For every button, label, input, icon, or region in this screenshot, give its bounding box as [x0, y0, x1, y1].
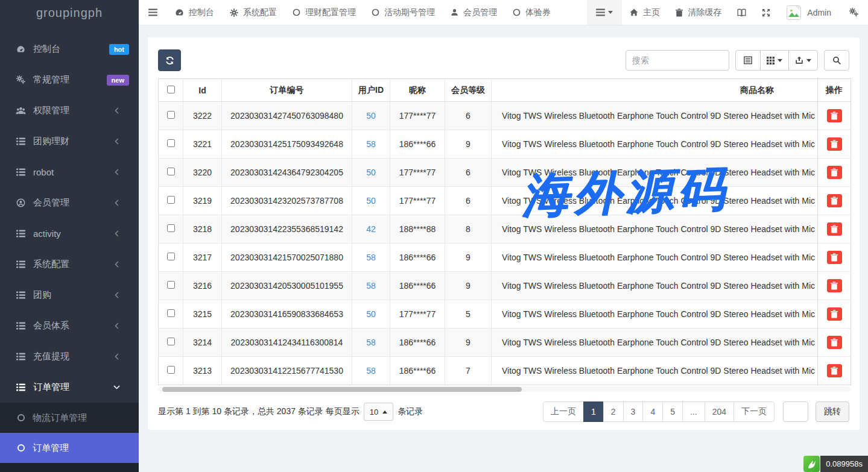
sidebar-item[interactable]: 系统配置: [0, 249, 139, 280]
user-settings-button[interactable]: [840, 0, 868, 25]
row-id: 3214: [183, 329, 222, 357]
row-checkbox[interactable]: [167, 309, 175, 317]
delete-button[interactable]: [827, 279, 842, 292]
row-id: 3221: [183, 130, 222, 159]
tabs-dropdown-button[interactable]: [587, 0, 622, 25]
select-all-checkbox[interactable]: [167, 86, 175, 93]
page-button[interactable]: 5: [662, 401, 683, 422]
user-id-link[interactable]: 58: [366, 253, 376, 262]
home-button[interactable]: 主页: [622, 0, 668, 25]
row-level: 6: [445, 187, 492, 215]
row-product-name: Vitog TWS Wireless Bluetooth Earphone To…: [492, 159, 818, 187]
topnav-item[interactable]: 体验券: [505, 0, 559, 25]
topnav-item[interactable]: 理财配置管理: [285, 0, 364, 25]
row-checkbox[interactable]: [167, 281, 175, 289]
refresh-button[interactable]: [158, 49, 181, 71]
perf-time: 0.089958s: [820, 456, 868, 472]
delete-button[interactable]: [827, 251, 842, 264]
sidebar-subitem[interactable]: 物流订单管理: [0, 403, 139, 433]
sidebar-item[interactable]: activity: [0, 218, 139, 249]
topnav-item[interactable]: 活动期号管理: [364, 0, 443, 25]
sidebar-item[interactable]: 控制台hot: [0, 34, 139, 65]
user-circle-icon: [14, 198, 27, 207]
sidebar-item[interactable]: 团购理财: [0, 126, 139, 157]
caret-down-icon: [806, 59, 811, 62]
column-header: 会员等级: [445, 79, 492, 102]
page-button[interactable]: 1: [583, 401, 604, 422]
search-button[interactable]: [824, 50, 849, 71]
row-nickname: 188****88: [390, 215, 445, 244]
sidebar-item[interactable]: robot: [0, 157, 139, 187]
sidebar-item[interactable]: 团购: [0, 280, 139, 310]
delete-button[interactable]: [827, 194, 842, 207]
user-id-link[interactable]: 58: [366, 281, 376, 291]
detail-view-button[interactable]: [735, 50, 761, 71]
page-button[interactable]: 4: [642, 401, 663, 422]
clear-cache-button[interactable]: 清除缓存: [668, 0, 729, 25]
username-menu[interactable]: Admin: [806, 0, 840, 25]
scrollbar-thumb[interactable]: [162, 387, 522, 392]
delete-button[interactable]: [827, 307, 842, 321]
sidebar-item[interactable]: 订单管理: [0, 372, 139, 403]
pagination: 上一页12345...204下一页 跳转: [543, 401, 849, 422]
user-id-link[interactable]: 42: [366, 224, 376, 234]
delete-button[interactable]: [827, 222, 842, 236]
topnav-item[interactable]: 会员管理: [443, 0, 505, 25]
sidebar-item[interactable]: 常规管理new: [0, 65, 139, 95]
fullscreen-button[interactable]: [754, 0, 778, 25]
user-id-link[interactable]: 50: [366, 168, 376, 177]
sidebar-toggle-button[interactable]: [139, 0, 167, 25]
row-checkbox[interactable]: [167, 338, 175, 345]
toolbar-right: [626, 50, 849, 71]
top-navbar: 控制台系统配置理财配置管理活动期号管理会员管理体验券 主页 清除缓存 Admin: [139, 0, 868, 25]
page-button[interactable]: 上一页: [543, 401, 584, 422]
sidebar-item[interactable]: 会员管理: [0, 187, 139, 218]
user-id-link[interactable]: 58: [366, 139, 376, 149]
row-nickname: 177****77: [390, 102, 445, 130]
orders-card: Id订单编号用户ID昵称会员等级商品名称操作 32222023030314274…: [148, 37, 860, 430]
topnav-item[interactable]: 系统配置: [222, 0, 285, 25]
page-button[interactable]: 204: [705, 401, 734, 422]
sidebar-subitem[interactable]: 订单管理: [0, 433, 139, 463]
export-button[interactable]: [788, 50, 818, 71]
user-avatar[interactable]: [778, 0, 806, 25]
row-checkbox[interactable]: [167, 366, 175, 374]
row-checkbox[interactable]: [167, 224, 175, 232]
sidebar-item[interactable]: 会员体系: [0, 310, 139, 341]
page-size-select[interactable]: 10: [364, 403, 393, 421]
user-id-link[interactable]: 50: [366, 196, 376, 206]
row-checkbox[interactable]: [167, 111, 175, 119]
row-checkbox-cell: [159, 215, 183, 244]
topnav-item[interactable]: 控制台: [167, 0, 222, 25]
row-checkbox[interactable]: [167, 253, 175, 260]
row-order-no: 202303031421570025071880: [222, 244, 352, 272]
row-level: 6: [445, 102, 492, 130]
jump-page-input[interactable]: [783, 401, 808, 422]
delete-button[interactable]: [827, 109, 842, 122]
pagination-info: 显示第 1 到第 10 条记录，总共 2037 条记录 每页显示 10 条记录: [158, 403, 423, 421]
sidebar-item[interactable]: 权限管理: [0, 95, 139, 126]
page-button[interactable]: 下一页: [733, 401, 775, 422]
user-id-link[interactable]: 50: [366, 309, 376, 319]
delete-button[interactable]: [827, 336, 842, 349]
columns-button[interactable]: [760, 50, 789, 71]
delete-button[interactable]: [827, 166, 842, 179]
delete-button[interactable]: [827, 364, 842, 377]
delete-button[interactable]: [827, 137, 842, 151]
page-button[interactable]: 2: [603, 401, 624, 422]
jump-button[interactable]: 跳转: [816, 401, 849, 422]
page-button[interactable]: 3: [623, 401, 644, 422]
page-button[interactable]: ...: [682, 401, 705, 422]
sidebar-item[interactable]: 充值提现: [0, 341, 139, 372]
search-input[interactable]: [626, 50, 729, 71]
row-product-name: Vitog TWS Wireless Bluetooth Earphone To…: [492, 187, 818, 215]
document-button[interactable]: [729, 0, 754, 25]
row-checkbox[interactable]: [167, 168, 175, 175]
topnav-menu: 控制台系统配置理财配置管理活动期号管理会员管理体验券: [167, 0, 559, 25]
chevron-left-icon: [110, 169, 122, 175]
user-id-link[interactable]: 50: [366, 111, 376, 121]
row-checkbox[interactable]: [167, 196, 175, 204]
user-id-link[interactable]: 58: [366, 338, 376, 347]
user-id-link[interactable]: 58: [366, 366, 376, 376]
row-checkbox[interactable]: [167, 139, 175, 147]
